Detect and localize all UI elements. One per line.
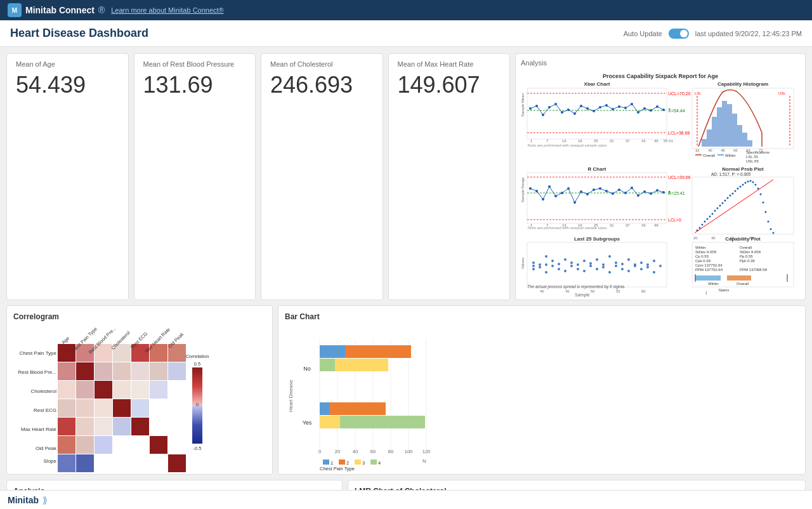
svg-text:13: 13 (562, 223, 566, 227)
svg-text:Rest Blood Pre...: Rest Blood Pre... (18, 369, 56, 375)
svg-text:40: 40 (708, 149, 712, 152)
svg-rect-49 (702, 139, 707, 147)
svg-text:56: 56 (733, 149, 738, 152)
svg-point-194 (653, 260, 655, 262)
kpi-row: Mean of Age 54.439 Mean of Rest Blood Pr… (6, 53, 806, 300)
auto-update-toggle[interactable] (669, 29, 689, 39)
svg-point-88 (580, 190, 582, 193)
svg-point-89 (586, 193, 589, 195)
svg-point-143 (765, 211, 767, 213)
svg-rect-277 (113, 399, 131, 417)
svg-point-18 (586, 107, 589, 110)
svg-point-87 (573, 201, 576, 204)
svg-text:Normal Prob Plot: Normal Prob Plot (722, 166, 764, 172)
svg-point-144 (768, 221, 769, 223)
svg-point-27 (643, 107, 646, 110)
svg-point-172 (583, 260, 586, 262)
svg-rect-50 (707, 129, 712, 147)
svg-point-193 (646, 266, 649, 268)
svg-text:StDev 9.058: StDev 9.058 (695, 250, 717, 254)
svg-point-82 (542, 198, 544, 201)
svg-text:19: 19 (578, 139, 582, 143)
svg-point-128 (727, 197, 729, 199)
svg-rect-263 (76, 436, 94, 454)
svg-point-130 (732, 193, 734, 195)
svg-rect-52 (717, 107, 722, 147)
kpi-age: Mean of Age 54.439 (6, 53, 129, 300)
svg-rect-58 (747, 140, 752, 147)
capability-chart: Process Capability Sixpack Report for Ag… (521, 69, 800, 294)
header-right: Auto Update last updated 9/20/22, 12:45:… (624, 29, 802, 39)
svg-text:Overall: Overall (703, 154, 715, 157)
svg-rect-254 (76, 399, 94, 417)
svg-point-154 (532, 265, 535, 267)
svg-point-124 (717, 208, 719, 209)
correlogram-content: Chest Pain Type Rest Blood Pre... Choles… (13, 326, 266, 466)
svg-text:64: 64 (746, 149, 750, 152)
kpi-age-value: 54.439 (16, 72, 119, 98)
middle-row: Correlogram Chest Pain Type Rest Blood P… (6, 305, 806, 475)
svg-rect-316 (330, 402, 386, 415)
svg-text:UCL=39.66: UCL=39.66 (668, 175, 691, 180)
svg-point-16 (573, 112, 576, 115)
kpi-chol-value: 246.693 (270, 72, 374, 98)
svg-point-95 (624, 192, 627, 194)
svg-point-10 (535, 105, 538, 107)
svg-text:USL: USL (778, 91, 786, 95)
svg-point-83 (548, 185, 551, 188)
svg-text:Chest Pain Type: Chest Pain Type (320, 466, 355, 472)
svg-point-136 (747, 181, 749, 183)
svg-point-80 (529, 187, 532, 190)
svg-point-12 (548, 106, 551, 109)
svg-text:LCL=38.68: LCL=38.68 (668, 131, 690, 135)
svg-rect-268 (76, 454, 94, 472)
svg-text:3: 3 (362, 460, 365, 466)
svg-point-25 (631, 103, 633, 105)
svg-rect-321 (339, 459, 345, 465)
kpi-cholesterol: Mean of Cholesterol 246.693 (261, 53, 383, 300)
svg-rect-267 (58, 454, 75, 472)
svg-point-171 (577, 268, 579, 270)
svg-rect-153 (527, 242, 667, 287)
svg-text:Max Heart Rate: Max Heart Rate (21, 426, 57, 432)
topbar-logo: M Minitab Connect ® (8, 3, 105, 17)
svg-text:Overall: Overall (737, 282, 749, 286)
svg-point-118 (702, 224, 704, 226)
svg-rect-2 (527, 88, 667, 139)
svg-point-170 (577, 263, 579, 266)
svg-rect-258 (58, 418, 75, 435)
svg-rect-242 (95, 362, 112, 380)
svg-text:Cpm   137752.64: Cpm 137752.64 (695, 263, 723, 267)
correlogram-svg: Chest Pain Type Rest Blood Pre... Choles… (13, 326, 242, 466)
svg-text:2: 2 (346, 460, 349, 466)
svg-point-174 (589, 265, 592, 267)
svg-point-189 (634, 263, 636, 266)
learn-more-link[interactable]: Learn more about Minitab Connect® (111, 6, 223, 14)
svg-rect-271 (131, 399, 149, 417)
svg-rect-253 (58, 399, 75, 417)
svg-point-157 (539, 263, 541, 266)
svg-point-190 (640, 261, 643, 264)
svg-text:55: 55 (616, 289, 620, 293)
svg-point-179 (602, 266, 605, 268)
svg-rect-315 (320, 402, 330, 415)
svg-text:37: 37 (625, 139, 630, 143)
svg-text:43: 43 (641, 139, 646, 143)
svg-text:Cp    0.55: Cp 0.55 (695, 255, 709, 258)
svg-point-117 (699, 227, 701, 229)
svg-text:Chest Pain Type: Chest Pain Type (19, 350, 56, 356)
svg-point-122 (712, 213, 714, 215)
svg-point-182 (615, 265, 617, 267)
svg-rect-325 (370, 459, 377, 465)
svg-point-94 (618, 188, 620, 191)
svg-rect-313 (320, 359, 335, 371)
svg-point-99 (650, 192, 652, 195)
svg-point-119 (704, 221, 706, 223)
svg-text:4: 4 (378, 460, 381, 466)
svg-text:43: 43 (641, 223, 646, 227)
dashboard: Mean of Age 54.439 Mean of Rest Blood Pr… (0, 47, 812, 509)
svg-text:Sample Mean: Sample Mean (521, 93, 525, 117)
svg-text:USL  65: USL 65 (746, 159, 759, 163)
svg-point-164 (558, 268, 560, 270)
svg-point-22 (612, 108, 614, 110)
